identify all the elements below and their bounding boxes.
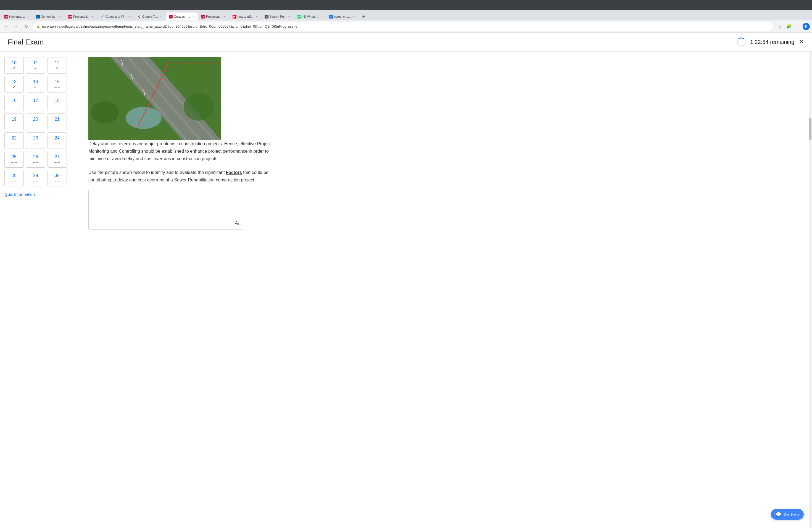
extensions-button[interactable]: 🧩 xyxy=(785,23,793,30)
tab-close-presentation[interactable]: × xyxy=(91,15,95,18)
question-body: Delay and cost overruns are major proble… xyxy=(88,140,276,184)
tab-close-search[interactable]: × xyxy=(288,15,291,18)
scroll-thumb[interactable] xyxy=(809,118,811,140)
tab-favicon-search: S xyxy=(265,15,269,18)
question-status-11: ✓ xyxy=(34,66,37,70)
question-status-17: – – xyxy=(33,104,38,108)
question-cell-26[interactable]: 26 – – xyxy=(26,151,45,167)
bookmark-button[interactable]: ☆ xyxy=(776,23,784,30)
main-layout: 10 ✓ 11 ✓ 12 ✓ 13 ✓ 14 ✓ xyxy=(0,52,812,528)
question-cell-15[interactable]: 15 – – xyxy=(47,76,67,92)
question-cell-11[interactable]: 11 ✓ xyxy=(26,57,45,74)
question-cell-13[interactable]: 13 ✓ xyxy=(4,76,24,92)
svg-point-11 xyxy=(126,107,162,129)
formatting-icon[interactable]: A/ xyxy=(235,220,240,226)
tab-homepage[interactable]: D2L Homepag... × xyxy=(1,12,33,20)
question-cell-14[interactable]: 14 ✓ xyxy=(26,76,45,92)
tab-google[interactable]: G Google Ti... × xyxy=(134,12,166,20)
tab-close-whatsapp[interactable]: × xyxy=(319,15,323,18)
new-tab-button[interactable]: + xyxy=(360,13,367,20)
tab-howto[interactable]: ▶ how to uS... × xyxy=(230,12,262,20)
content-area: Delay and cost overruns are major proble… xyxy=(77,52,812,528)
back-button[interactable]: ← xyxy=(2,23,10,30)
tab-label-quizzes: Quizzes - ... xyxy=(174,15,190,18)
question-cell-17[interactable]: 17 – – xyxy=(26,95,45,111)
tab-search[interactable]: S Search Re... × xyxy=(262,12,294,20)
tab-label-connect: Connect to W... xyxy=(105,15,126,18)
question-num-18: 18 xyxy=(55,98,60,103)
question-num-23: 23 xyxy=(33,136,38,141)
more-options-button[interactable]: ⋮ xyxy=(794,23,801,30)
question-cell-18[interactable]: 18 – – xyxy=(47,95,67,111)
browser-actions: ☆ 🧩 ⋮ K xyxy=(776,23,810,30)
svg-point-8 xyxy=(91,101,119,123)
tab-favicon-preventing: D2L xyxy=(201,15,205,18)
question-num-11: 11 xyxy=(33,60,38,65)
tab-favicon-centennial: C xyxy=(36,15,40,18)
close-exam-button[interactable]: ✕ xyxy=(799,39,804,45)
tab-close-homepage[interactable]: × xyxy=(26,15,30,18)
tab-screenshot[interactable]: S screensho... × xyxy=(326,12,359,20)
question-cell-23[interactable]: 23 – – xyxy=(26,132,45,149)
question-num-15: 15 xyxy=(55,79,60,84)
sidebar: 10 ✓ 11 ✓ 12 ✓ 13 ✓ 14 ✓ xyxy=(0,52,77,528)
tab-preventing[interactable]: D2L Preventin... × xyxy=(198,12,230,20)
question-cell-27[interactable]: 27 – – xyxy=(47,151,67,167)
question-cell-16[interactable]: 16 – – xyxy=(4,95,24,111)
question-status-14: ✓ xyxy=(34,85,37,89)
tab-connect[interactable]: 🔗 Connect to W... × xyxy=(98,12,134,20)
question-cell-19[interactable]: 19 – – xyxy=(4,114,24,130)
question-cell-28[interactable]: 28 – – xyxy=(4,170,24,186)
question-cell-22[interactable]: 22 – – xyxy=(4,132,24,149)
tab-presentation[interactable]: D2L Presentati... × xyxy=(65,12,98,20)
question-status-25: – – xyxy=(11,160,17,164)
quiz-info-link[interactable]: Quiz Information xyxy=(4,192,73,196)
question-cell-30[interactable]: 30 – – xyxy=(47,170,67,186)
timer-text: 1:22:54 remaining xyxy=(750,39,794,45)
question-cell-21[interactable]: 21 – – xyxy=(47,114,67,130)
tab-label-presentation: Presentati... xyxy=(73,15,89,18)
question-status-23: – – xyxy=(33,141,38,146)
tab-whatsapp[interactable]: W (4) Whats... × xyxy=(294,12,326,20)
tab-close-screenshot[interactable]: × xyxy=(352,15,356,18)
address-field[interactable]: 🔒 e.centennialcollege.ca/d2l/lms/quizzin… xyxy=(32,22,774,31)
question-paragraph-1: Delay and cost overruns are major proble… xyxy=(88,140,276,163)
question-num-30: 30 xyxy=(55,173,60,178)
get-help-button[interactable]: 💬 Get Help xyxy=(771,509,804,520)
question-num-16: 16 xyxy=(12,98,17,103)
reload-button[interactable]: ↻ xyxy=(22,23,30,30)
tab-favicon-howto: ▶ xyxy=(233,15,236,18)
forward-button[interactable]: → xyxy=(12,23,20,30)
tab-centennial[interactable]: C Centennia... × xyxy=(33,12,65,20)
browser-top-bar xyxy=(0,0,812,10)
question-cell-10[interactable]: 10 ✓ xyxy=(4,57,24,74)
tab-close-centennial[interactable]: × xyxy=(58,15,62,18)
profile-button[interactable]: K xyxy=(802,23,810,30)
tab-close-howto[interactable]: × xyxy=(255,15,259,18)
question-cell-20[interactable]: 20 – – xyxy=(26,114,45,130)
scroll-track[interactable] xyxy=(809,52,812,528)
question-cell-25[interactable]: 25 – – xyxy=(4,151,24,167)
tab-favicon-screenshot: S xyxy=(329,15,333,18)
tab-close-preventing[interactable]: × xyxy=(222,15,227,18)
tab-close-quizzes[interactable]: × xyxy=(191,15,195,18)
question-num-28: 28 xyxy=(12,173,17,178)
question-status-18: – – xyxy=(54,104,60,108)
tab-label-whatsapp: (4) Whats... xyxy=(302,15,318,18)
tab-close-connect[interactable]: × xyxy=(127,15,131,18)
tab-label-centennial: Centennia... xyxy=(41,15,57,18)
answer-input-area[interactable] xyxy=(92,193,240,218)
question-cell-24[interactable]: 24 – – xyxy=(47,132,67,149)
answer-box[interactable]: A/ xyxy=(88,190,243,230)
tab-favicon-google: G xyxy=(137,15,141,18)
tab-quizzes[interactable]: D2L Quizzes - ... × xyxy=(166,12,198,20)
question-num-25: 25 xyxy=(12,155,17,159)
question-cell-29[interactable]: 29 – – xyxy=(26,170,45,186)
question-num-26: 26 xyxy=(33,155,38,159)
tab-favicon-connect: 🔗 xyxy=(101,15,104,18)
question-num-19: 19 xyxy=(12,117,17,122)
question-status-21: – – xyxy=(54,122,60,127)
exam-timer-area: 1:22:54 remaining ✕ xyxy=(737,38,804,46)
tab-close-google[interactable]: × xyxy=(159,15,163,18)
question-cell-12[interactable]: 12 ✓ xyxy=(47,57,67,74)
